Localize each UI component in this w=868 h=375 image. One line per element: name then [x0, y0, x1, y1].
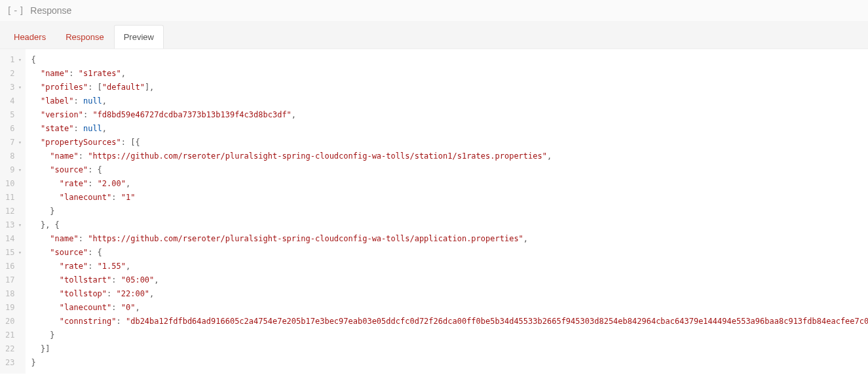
- token-key: "lanecount": [60, 193, 111, 202]
- code-line: "state": null,: [26, 122, 868, 136]
- gutter-row: 22: [0, 342, 26, 356]
- token-punc: ,: [135, 303, 140, 312]
- token-punc: :: [117, 317, 126, 326]
- token-punc: :: [88, 262, 97, 271]
- token-punc: :: [83, 110, 92, 119]
- token-value: "1.55": [98, 262, 126, 271]
- fold-toggle-icon[interactable]: ▾: [16, 81, 23, 94]
- token-punc: : [{: [121, 138, 140, 147]
- token-punc: : [: [88, 83, 102, 92]
- gutter-row: 17: [0, 273, 26, 287]
- token-punc: ,: [126, 262, 130, 271]
- token-punc: [31, 179, 59, 188]
- token-punc: [31, 151, 50, 161]
- token-value: "2.00": [98, 179, 126, 188]
- token-punc: }]: [31, 344, 50, 353]
- gutter-row: 6: [0, 122, 26, 136]
- line-number: 5: [10, 108, 14, 122]
- code-line: }: [26, 356, 868, 370]
- code-line: "name": "s1rates",: [26, 67, 868, 81]
- token-key: "tollstop": [60, 289, 107, 298]
- token-punc: [31, 289, 59, 298]
- token-value: "1": [121, 193, 136, 202]
- line-number: 23: [5, 356, 14, 370]
- code-line: "tollstop": "22:00",: [26, 287, 868, 301]
- line-number: 20: [5, 315, 14, 328]
- line-number: 8: [10, 149, 14, 163]
- token-key: "rate": [60, 179, 88, 188]
- token-value: null: [83, 124, 102, 133]
- code-line: "lanecount": "1": [26, 191, 868, 205]
- code-line: }, {: [26, 218, 868, 232]
- token-punc: }: [31, 330, 54, 340]
- token-key: "propertySources": [41, 138, 121, 147]
- token-punc: : {: [88, 248, 102, 257]
- gutter-row: 16: [0, 260, 26, 273]
- token-punc: ,: [149, 289, 154, 298]
- token-value: null: [83, 96, 102, 106]
- token-key: "tollstart": [60, 275, 111, 285]
- token-key: "version": [41, 110, 83, 119]
- tab-response[interactable]: Response: [56, 25, 114, 49]
- gutter-row: 10: [0, 177, 26, 191]
- code-line: "label": null,: [26, 94, 868, 108]
- token-punc: ,: [523, 234, 528, 243]
- line-number: 6: [10, 122, 14, 136]
- token-punc: ,: [126, 179, 130, 188]
- token-punc: [31, 234, 50, 243]
- token-punc: {: [31, 55, 35, 64]
- code-line: "source": {: [26, 246, 868, 260]
- token-punc: }: [31, 358, 35, 367]
- token-punc: :: [111, 303, 121, 312]
- code-line: "name": "https://github.com/rseroter/plu…: [26, 149, 868, 163]
- code-panel: 1▾23▾4567▾89▾10111213▾1415▾1617181920212…: [0, 49, 868, 374]
- tab-preview[interactable]: Preview: [114, 25, 164, 49]
- token-key: "state": [41, 124, 74, 133]
- gutter-row: 14: [0, 232, 26, 246]
- token-punc: [31, 96, 40, 106]
- code-line: "rate": "1.55",: [26, 260, 868, 273]
- token-value: "05:00": [121, 275, 155, 285]
- token-key: "label": [41, 96, 74, 106]
- code-line: {: [26, 53, 868, 67]
- token-value: "default": [102, 83, 145, 92]
- token-punc: [31, 193, 59, 202]
- token-punc: ,: [154, 275, 159, 285]
- code-line: "name": "https://github.com/rseroter/plu…: [26, 232, 868, 246]
- gutter-row: 18: [0, 287, 26, 301]
- code-line: "lanecount": "0",: [26, 301, 868, 315]
- gutter-row: 21: [0, 328, 26, 342]
- line-number: 17: [5, 273, 14, 287]
- token-value: "22:00": [117, 289, 150, 298]
- token-value: "https://github.com/rseroter/pluralsight…: [88, 234, 523, 243]
- collapse-toggle[interactable]: [-]: [7, 5, 25, 16]
- line-number: 19: [5, 301, 14, 315]
- gutter-row: 8: [0, 149, 26, 163]
- token-punc: [31, 317, 59, 326]
- line-number: 10: [5, 177, 14, 191]
- line-number: 3: [10, 81, 14, 94]
- code-line: }: [26, 205, 868, 218]
- gutter-row: 15▾: [0, 246, 26, 260]
- token-punc: [31, 248, 50, 257]
- line-number: 2: [10, 67, 14, 81]
- tab-headers[interactable]: Headers: [4, 25, 56, 49]
- fold-toggle-icon[interactable]: ▾: [16, 246, 23, 260]
- fold-toggle-icon[interactable]: ▾: [16, 136, 23, 149]
- token-punc: }: [31, 207, 54, 216]
- gutter-row: 19: [0, 301, 26, 315]
- token-punc: :: [73, 124, 83, 133]
- token-punc: [31, 110, 40, 119]
- gutter-row: 2: [0, 67, 26, 81]
- token-punc: : {: [88, 165, 102, 174]
- fold-toggle-icon[interactable]: ▾: [16, 53, 23, 67]
- token-key: "name": [41, 69, 69, 78]
- token-key: "name": [50, 234, 78, 243]
- fold-toggle-icon[interactable]: ▾: [16, 218, 23, 232]
- code-body[interactable]: { "name": "s1rates", "profiles": ["defau…: [26, 49, 868, 374]
- gutter-row: 9▾: [0, 163, 26, 177]
- gutter-row: 7▾: [0, 136, 26, 149]
- panel-title: Response: [30, 5, 71, 16]
- fold-toggle-icon[interactable]: ▾: [16, 163, 23, 177]
- tabs: Headers Response Preview: [0, 21, 868, 49]
